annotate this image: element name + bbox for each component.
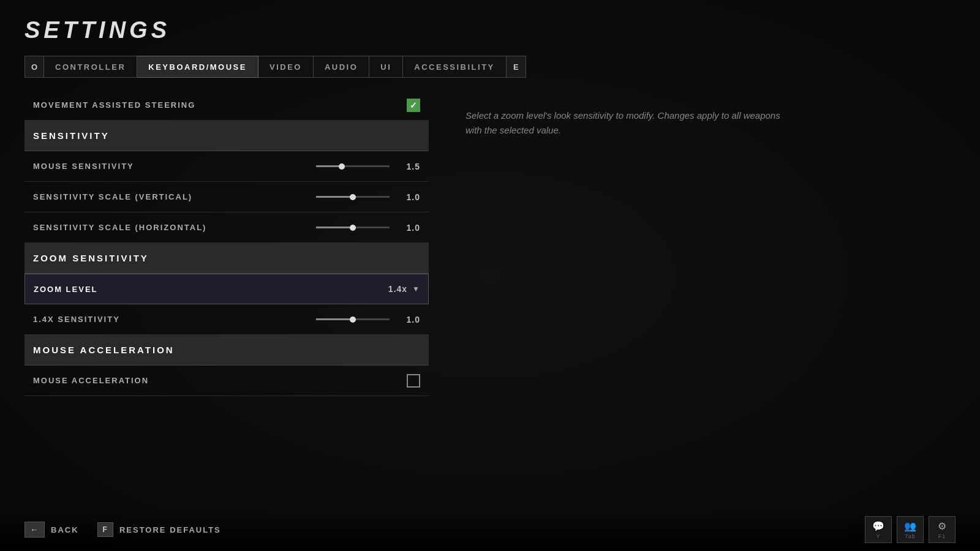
- setting-row-sensitivity-scale-vertical[interactable]: SENSITIVITY SCALE (VERTICAL) 1.0: [24, 182, 429, 212]
- hud-settings-button-label: F1: [938, 533, 946, 539]
- gear-icon: ⚙: [938, 520, 946, 532]
- setting-row-mouse-acceleration[interactable]: MOUSE ACCELERATION: [24, 365, 429, 396]
- tab-keyboard-mouse[interactable]: KEYBOARD/MOUSE: [137, 56, 258, 78]
- back-button[interactable]: ← Back: [24, 522, 79, 538]
- setting-row-mouse-sensitivity[interactable]: MOUSE SENSITIVITY 1.5: [24, 151, 429, 182]
- slider-fill-mouse-sensitivity: [316, 165, 342, 167]
- settings-scroll-container[interactable]: MOVEMENT ASSISTED STEERING SENSITIVITY M…: [24, 90, 429, 396]
- restore-defaults-button-label: Restore Defaults: [119, 525, 221, 534]
- chat-icon: 💬: [872, 520, 884, 532]
- slider-fill-sensitivity-scale-vertical: [316, 196, 353, 198]
- setting-label-zoom-level: ZOOM LEVEL: [34, 285, 388, 294]
- description-text: Select a zoom level's look sensitivity t…: [466, 108, 784, 138]
- setting-dropdown-zoom-level[interactable]: 1.4x ▼: [388, 284, 420, 294]
- tab-accessibility[interactable]: ACCESSIBILITY: [403, 56, 506, 78]
- settings-panel: MOVEMENT ASSISTED STEERING SENSITIVITY M…: [24, 90, 429, 519]
- setting-label-sensitivity-1-4x: 1.4X SENSITIVITY: [33, 315, 316, 324]
- tab-ui[interactable]: UI: [369, 56, 403, 78]
- tab-nav-left-indicator: O: [24, 56, 44, 78]
- setting-label-sensitivity-scale-vertical: SENSITIVITY SCALE (VERTICAL): [33, 192, 316, 201]
- setting-value-sensitivity-scale-vertical: 1.0: [396, 192, 420, 202]
- setting-label-mouse-acceleration: MOUSE ACCELERATION: [33, 376, 407, 385]
- restore-defaults-button[interactable]: F Restore Defaults: [97, 522, 221, 537]
- setting-slider-sensitivity-scale-vertical[interactable]: 1.0: [316, 192, 420, 202]
- back-button-label: Back: [51, 525, 79, 534]
- chat-button-label: Y: [876, 533, 880, 539]
- setting-section-mouse-acceleration: MOUSE ACCELERATION: [24, 335, 429, 365]
- page-container: SETTINGS O CONTROLLER KEYBOARD/MOUSE VID…: [0, 0, 980, 551]
- page-title: SETTINGS: [24, 17, 956, 43]
- tab-nav-right-indicator: E: [507, 56, 526, 78]
- tab-audio[interactable]: AUDIO: [314, 56, 369, 78]
- bottom-right-buttons: 💬 Y 👥 Tab ⚙ F1: [865, 516, 956, 543]
- setting-section-label-zoom-sensitivity: ZOOM SENSITIVITY: [33, 253, 420, 263]
- setting-row-sensitivity-1-4x[interactable]: 1.4X SENSITIVITY 1.0: [24, 304, 429, 335]
- slider-thumb-sensitivity-1-4x[interactable]: [350, 317, 356, 323]
- back-button-icon: ←: [24, 522, 45, 538]
- setting-section-label-mouse-acceleration: MOUSE ACCELERATION: [33, 345, 420, 355]
- setting-row-zoom-level[interactable]: ZOOM LEVEL 1.4x ▼: [24, 274, 429, 304]
- setting-checkbox-mouse-acceleration[interactable]: [407, 374, 420, 388]
- back-arrow-icon: ←: [30, 525, 39, 534]
- slider-track-mouse-sensitivity[interactable]: [316, 165, 390, 167]
- players-button[interactable]: 👥 Tab: [897, 516, 924, 543]
- tab-video[interactable]: VIDEO: [258, 56, 314, 78]
- players-button-label: Tab: [905, 533, 916, 539]
- chat-button[interactable]: 💬 Y: [865, 516, 892, 543]
- dropdown-value-zoom-level: 1.4x: [388, 284, 407, 294]
- restore-defaults-key: F: [103, 525, 108, 534]
- players-icon: 👥: [904, 520, 916, 532]
- setting-section-zoom-sensitivity: ZOOM SENSITIVITY: [24, 243, 429, 274]
- setting-slider-mouse-sensitivity[interactable]: 1.5: [316, 162, 420, 171]
- hud-settings-button[interactable]: ⚙ F1: [929, 516, 956, 543]
- description-panel: Select a zoom level's look sensitivity t…: [453, 90, 956, 519]
- setting-checkbox-movement-assisted-steering[interactable]: [407, 99, 420, 112]
- restore-defaults-button-icon: F: [97, 522, 113, 537]
- setting-slider-sensitivity-1-4x[interactable]: 1.0: [316, 315, 420, 324]
- footer: ← Back F Restore Defaults 💬 Y 👥: [0, 508, 980, 551]
- slider-thumb-mouse-sensitivity[interactable]: [339, 163, 345, 170]
- setting-section-sensitivity: SENSITIVITY: [24, 121, 429, 151]
- slider-thumb-sensitivity-scale-vertical[interactable]: [350, 194, 356, 200]
- dropdown-arrow-zoom-level[interactable]: ▼: [412, 285, 420, 293]
- slider-track-sensitivity-scale-vertical[interactable]: [316, 196, 390, 198]
- setting-label-mouse-sensitivity: MOUSE SENSITIVITY: [33, 162, 316, 171]
- slider-track-sensitivity-scale-horizontal[interactable]: [316, 227, 390, 228]
- setting-row-movement-assisted-steering[interactable]: MOVEMENT ASSISTED STEERING: [24, 90, 429, 121]
- setting-label-movement-assisted-steering: MOVEMENT ASSISTED STEERING: [33, 100, 407, 110]
- setting-label-sensitivity-scale-horizontal: SENSITIVITY SCALE (HORIZONTAL): [33, 223, 316, 232]
- slider-track-sensitivity-1-4x[interactable]: [316, 318, 390, 320]
- setting-section-label-sensitivity: SENSITIVITY: [33, 130, 420, 141]
- slider-thumb-sensitivity-scale-horizontal[interactable]: [350, 225, 356, 231]
- main-content: MOVEMENT ASSISTED STEERING SENSITIVITY M…: [0, 78, 980, 519]
- setting-slider-sensitivity-scale-horizontal[interactable]: 1.0: [316, 223, 420, 233]
- setting-value-mouse-sensitivity: 1.5: [396, 162, 420, 171]
- setting-row-sensitivity-scale-horizontal[interactable]: SENSITIVITY SCALE (HORIZONTAL) 1.0: [24, 212, 429, 243]
- setting-value-sensitivity-1-4x: 1.0: [396, 315, 420, 324]
- slider-fill-sensitivity-1-4x: [316, 318, 353, 320]
- tab-navigation: O CONTROLLER KEYBOARD/MOUSE VIDEO AUDIO …: [24, 56, 956, 78]
- tab-controller[interactable]: CONTROLLER: [44, 56, 137, 78]
- setting-value-sensitivity-scale-horizontal: 1.0: [396, 223, 420, 233]
- header: SETTINGS O CONTROLLER KEYBOARD/MOUSE VID…: [0, 0, 980, 78]
- footer-actions: ← Back F Restore Defaults: [24, 522, 865, 538]
- slider-fill-sensitivity-scale-horizontal: [316, 227, 353, 228]
